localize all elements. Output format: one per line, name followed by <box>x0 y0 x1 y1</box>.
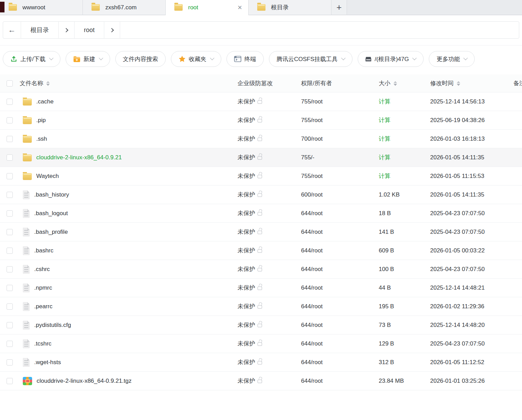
row-checkbox[interactable] <box>7 173 13 179</box>
file-name[interactable]: clouddrive-2-linux-x86_64-0.9.21 <box>36 154 122 161</box>
row-checkbox[interactable] <box>7 192 13 198</box>
path-input-area[interactable] <box>120 22 519 38</box>
file-mtime: 2025-04-23 07:07:50 <box>425 340 504 347</box>
file-name[interactable]: .cache <box>36 98 54 105</box>
file-name[interactable]: .pydistutils.cfg <box>34 322 71 329</box>
file-name[interactable]: .bashrc <box>34 247 54 254</box>
file-row[interactable]: .pydistutils.cfg未保护644/root73 B2025-12-1… <box>0 316 522 334</box>
calc-size-link[interactable]: 计算 <box>379 172 390 180</box>
file-row[interactable]: .bashrc未保护644/root609 B2026-01-05 00:03:… <box>0 241 522 260</box>
tab-根目录[interactable]: 根目录 <box>249 0 331 15</box>
back-button[interactable]: ← <box>3 22 21 38</box>
tamper-status: 未保护 <box>238 98 255 106</box>
file-row[interactable]: .bash_logout未保护644/root18 B2025-04-23 07… <box>0 204 522 223</box>
file-row[interactable]: .wget-hsts未保护644/root312 B2026-01-05 11:… <box>0 353 522 372</box>
sort-icon[interactable] <box>46 81 50 86</box>
chevron-right-icon[interactable] <box>104 22 120 38</box>
file-name[interactable]: .bash_logout <box>34 210 68 217</box>
add-tab-button[interactable]: + <box>331 0 347 15</box>
file-row[interactable]: .bash_history未保护600/root1.02 KB2026-01-0… <box>0 186 522 204</box>
toolbar-more[interactable]: 更多功能 <box>429 51 475 67</box>
file-name[interactable]: .npmrc <box>34 284 52 291</box>
row-checkbox[interactable] <box>7 99 13 105</box>
calc-size-link[interactable]: 计算 <box>379 116 390 124</box>
tamper-status: 未保护 <box>238 340 255 348</box>
file-row[interactable]: clouddrive-2-linux-x86_64-0.9.21未保护755/-… <box>0 148 522 167</box>
row-checkbox[interactable] <box>7 154 13 161</box>
row-checkbox[interactable] <box>7 210 13 217</box>
toolbar-new[interactable]: 新建 <box>66 51 110 67</box>
unlock-icon <box>258 249 262 253</box>
file-name[interactable]: .bash_profile <box>34 229 68 236</box>
header-permission[interactable]: 权限/所有者 <box>290 79 366 87</box>
row-checkbox[interactable] <box>7 136 13 142</box>
sort-icon[interactable] <box>394 81 397 86</box>
file-name[interactable]: Waytech <box>36 173 59 180</box>
header-file-name[interactable]: 文件名称 <box>16 79 228 87</box>
file-permission: 755/root <box>290 117 366 124</box>
row-checkbox[interactable] <box>7 322 13 328</box>
toolbar-upload-download[interactable]: 上传/下载 <box>3 51 60 67</box>
file-name[interactable]: .tcshrc <box>34 340 51 347</box>
row-checkbox[interactable] <box>7 341 13 347</box>
file-row[interactable]: .pip未保护755/root计算2025-06-19 04:38:26 <box>0 111 522 130</box>
file-row[interactable]: Waytech未保护755/root计算2026-01-05 11:15:53 <box>0 167 522 186</box>
header-size[interactable]: 大小 <box>366 79 425 87</box>
sort-icon[interactable] <box>457 81 460 86</box>
file-name[interactable]: .pip <box>36 117 46 124</box>
file-size: 609 B <box>379 247 394 254</box>
file-row[interactable]: .cshrc未保护644/root100 B2025-04-23 07:07:5… <box>0 260 522 279</box>
close-icon[interactable]: × <box>237 4 243 11</box>
toolbar-content-search[interactable]: 文件内容搜索 <box>115 51 166 67</box>
file-mtime: 2025-04-23 07:07:50 <box>425 210 504 217</box>
row-checkbox[interactable] <box>7 248 13 254</box>
breadcrumb-item[interactable]: 根目录 <box>21 22 59 38</box>
row-checkbox[interactable] <box>7 285 13 291</box>
select-all-checkbox[interactable] <box>7 80 13 87</box>
row-checkbox[interactable] <box>7 117 13 123</box>
tab-wwwroot[interactable]: wwwroot <box>0 0 83 15</box>
file-row[interactable]: .bash_profile未保护644/root141 B2025-04-23 … <box>0 223 522 241</box>
file-size: 195 B <box>379 303 394 310</box>
file-permission: 644/root <box>290 359 366 366</box>
header-mtime[interactable]: 修改时间 <box>425 79 504 87</box>
file-name[interactable]: clouddrive-2-linux-x86_64-0.9.21.tgz <box>37 378 132 384</box>
file-row[interactable]: .cache未保护755/root计算2025-12-14 14:56:13 <box>0 92 522 111</box>
row-checkbox[interactable] <box>7 229 13 235</box>
toolbar-button-label: 更多功能 <box>436 55 460 63</box>
tab-root[interactable]: root× <box>166 0 249 15</box>
tamper-status: 未保护 <box>238 265 255 273</box>
toolbar-terminal[interactable]: 终端 <box>226 51 264 67</box>
file-row[interactable]: .npmrc未保护644/root44 B2025-12-14 14:48:21 <box>0 279 522 297</box>
toolbar-favorites[interactable]: 收藏夹 <box>171 51 221 67</box>
file-name[interactable]: .pearrc <box>34 303 52 310</box>
file-row[interactable]: .pearrc未保护644/root195 B2026-01-02 11:29:… <box>0 297 522 316</box>
row-checkbox[interactable] <box>7 303 13 310</box>
file-row[interactable]: .tcshrc未保护644/root129 B2025-04-23 07:07:… <box>0 334 522 353</box>
chevron-right-icon[interactable] <box>59 22 75 38</box>
file-size: 100 B <box>379 266 394 273</box>
tab-zxsh67.com[interactable]: zxsh67.com <box>83 0 166 15</box>
toolbar-cosfs-tool[interactable]: 腾讯云COSFS挂载工具 <box>269 51 353 67</box>
tab-label: wwwroot <box>22 4 45 11</box>
file-name[interactable]: .cshrc <box>34 266 50 273</box>
file-name[interactable]: .wget-hsts <box>34 359 61 366</box>
calc-size-link[interactable]: 计算 <box>379 135 390 143</box>
row-checkbox[interactable] <box>7 359 13 366</box>
file-name[interactable]: .bash_history <box>34 191 69 198</box>
file-permission: 755/root <box>290 98 366 105</box>
chevron-down-icon <box>413 56 417 60</box>
unlock-icon <box>258 100 262 104</box>
toolbar-disk-root[interactable]: /(根目录)47G <box>358 51 424 67</box>
row-checkbox[interactable] <box>7 378 13 384</box>
breadcrumb-item[interactable]: root <box>75 22 104 38</box>
calc-size-link[interactable]: 计算 <box>379 98 390 106</box>
calc-size-link[interactable]: 计算 <box>379 153 390 161</box>
header-note[interactable]: 备注 <box>504 79 522 87</box>
tabs-container: wwwrootzxsh67.comroot×根目录 <box>0 0 331 15</box>
row-checkbox[interactable] <box>7 266 13 272</box>
file-row[interactable]: .ssh未保护700/root计算2026-01-03 16:18:13 <box>0 130 522 148</box>
header-tamper[interactable]: 企业级防篡改 <box>228 79 290 87</box>
file-row[interactable]: clouddrive-2-linux-x86_64-0.9.21.tgz未保护6… <box>0 372 522 390</box>
file-name[interactable]: .ssh <box>36 136 47 142</box>
